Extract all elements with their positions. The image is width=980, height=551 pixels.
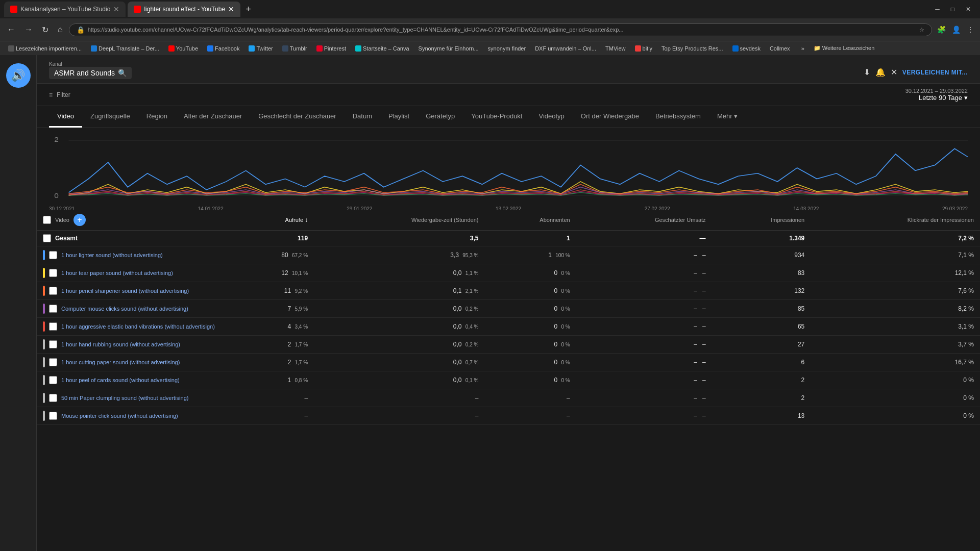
tab-studio[interactable]: Kanalanalysen – YouTube Studio ✕ <box>4 2 126 17</box>
cell-wiedergabe: 0,0 0,1 % <box>314 371 484 389</box>
extensions-button[interactable]: 🧩 <box>935 23 948 36</box>
bookmark-weitere[interactable]: 📁 Weitere Lesezeichen <box>810 44 879 53</box>
cell-aufrufe: 80 67,2 % <box>231 246 314 264</box>
bookmark-dxf[interactable]: DXF umwandeln – Onl... <box>531 44 600 53</box>
tab-close-studio[interactable]: ✕ <box>113 5 119 13</box>
row-checkbox[interactable] <box>49 251 57 259</box>
bell-icon[interactable]: 🔔 <box>875 67 886 77</box>
profile-button[interactable]: 👤 <box>950 23 963 36</box>
cell-aufrufe: 11 9,2 % <box>231 282 314 300</box>
table-row: 1 hour peel of cards sound (without adve… <box>37 371 980 389</box>
search-icon[interactable]: 🔍 <box>118 69 127 77</box>
video-color-indicator <box>43 250 45 260</box>
row-checkbox[interactable] <box>49 305 57 313</box>
tab-videotyp[interactable]: Videotyp <box>530 106 572 128</box>
total-abonnenten: 1 <box>484 231 576 246</box>
close-button[interactable]: ✕ <box>961 4 976 15</box>
tab-ort[interactable]: Ort der Wiedergabe <box>573 106 647 128</box>
bookmark-collmex[interactable]: Collmex <box>766 44 794 53</box>
bookmark-canva[interactable]: Startseite – Canva <box>351 44 413 53</box>
table-row: Computer mouse clicks sound (without adv… <box>37 300 980 318</box>
cell-impressionen: 65 <box>712 318 811 336</box>
video-title-link[interactable]: 1 hour aggressive elastic band vibration… <box>61 323 215 330</box>
channel-logo[interactable]: 🔊 <box>6 63 31 88</box>
cell-wiedergabe: 0,1 2,1 % <box>314 282 484 300</box>
bookmark-pinterest[interactable]: Pinterest <box>312 44 350 53</box>
video-title-link[interactable]: 1 hour tear paper sound (without adverti… <box>61 270 173 276</box>
cell-geschaetzt: – – <box>576 371 712 389</box>
bookmark-tmview[interactable]: TMView <box>601 44 630 53</box>
download-icon[interactable]: ⬇ <box>864 67 870 77</box>
video-title-link[interactable]: 1 hour peel of cards sound (without adve… <box>61 377 180 383</box>
forward-button[interactable]: → <box>21 23 36 36</box>
maximize-button[interactable]: □ <box>946 4 960 15</box>
bookmark-synonym[interactable]: synonym finder <box>484 44 530 53</box>
video-title-link[interactable]: 1 hour hand rubbing sound (without adver… <box>61 341 180 347</box>
home-button[interactable]: ⌂ <box>55 23 66 36</box>
th-klickrate: Klickrate der Impressionen <box>811 210 980 231</box>
cell-impressionen: 13 <box>712 407 811 425</box>
tab-geraetetyp[interactable]: Gerätetyp <box>418 106 463 128</box>
tab-geschlecht[interactable]: Geschlecht der Zuschauer <box>250 106 344 128</box>
bookmark-sevdesk[interactable]: sevdesk <box>728 44 765 53</box>
add-column-button[interactable]: + <box>74 214 86 226</box>
tab-betrieb[interactable]: Betriebssystem <box>647 106 709 128</box>
date-range[interactable]: 30.12.2021 – 29.03.2022 Letzte 90 Tage ▾ <box>905 88 968 102</box>
bookmark-more[interactable]: » <box>797 44 808 53</box>
minimize-button[interactable]: ─ <box>930 4 945 15</box>
total-checkbox[interactable] <box>43 234 51 242</box>
tab-datum[interactable]: Datum <box>345 106 380 128</box>
bookmark-bitly[interactable]: bitly <box>631 44 657 53</box>
tab-youtube-produkt[interactable]: YouTube-Produkt <box>463 106 530 128</box>
tab-label-studio: Kanalanalysen – YouTube Studio <box>20 6 110 13</box>
vergleichen-button[interactable]: VERGLEICHEN MIT... <box>902 69 968 76</box>
bookmark-etsy[interactable]: Top Etsy Products Res... <box>657 44 727 53</box>
video-title-link[interactable]: 1 hour pencil sharpener sound (without a… <box>61 288 189 294</box>
tab-mehr[interactable]: Mehr ▾ <box>709 106 746 128</box>
channel-name-box[interactable]: ASMR and Sounds 🔍 <box>49 67 132 79</box>
bookmark-lesezeichen[interactable]: Lesezeichen importieren... <box>4 44 86 53</box>
close-icon[interactable]: ✕ <box>891 67 897 77</box>
refresh-button[interactable]: ↻ <box>39 23 52 37</box>
row-checkbox[interactable] <box>49 269 57 277</box>
row-checkbox[interactable] <box>49 322 57 331</box>
row-checkbox[interactable] <box>49 412 57 420</box>
tab-alter[interactable]: Alter der Zuschauer <box>176 106 250 128</box>
bookmark-icon-bitly <box>635 45 641 52</box>
tab-favicon-studio <box>10 6 17 13</box>
video-title-link[interactable]: 1 hour cutting paper sound (without adve… <box>61 359 180 365</box>
row-checkbox[interactable] <box>49 376 57 384</box>
bookmark-synonyme[interactable]: Synonyme für Einhorn... <box>414 44 483 53</box>
th-aufrufe[interactable]: Aufrufe ↓ <box>231 210 314 231</box>
bookmark-deepl[interactable]: DeepL Translate – Der... <box>87 44 163 53</box>
video-title-link[interactable]: 1 hour lighter sound (without advertisin… <box>61 252 163 258</box>
video-title-link[interactable]: 50 min Paper clumpling sound (without ad… <box>61 395 188 401</box>
row-checkbox[interactable] <box>49 340 57 348</box>
bookmark-tumblr[interactable]: Tumblr <box>278 44 311 53</box>
bookmark-facebook[interactable]: Facebook <box>203 44 243 53</box>
back-button[interactable]: ← <box>4 23 18 36</box>
menu-button[interactable]: ⋮ <box>965 23 976 36</box>
tab-zugriffsquelle[interactable]: Zugriffsquelle <box>82 106 138 128</box>
cell-abonnenten: 0 0 % <box>484 300 576 318</box>
bookmark-twitter[interactable]: Twitter <box>244 44 277 53</box>
row-checkbox[interactable] <box>49 394 57 402</box>
tab-close-youtube[interactable]: ✕ <box>228 5 234 13</box>
chart-svg: 2 0 <box>49 132 968 204</box>
new-tab-button[interactable]: + <box>242 4 254 15</box>
bookmark-star[interactable]: ☆ <box>919 27 924 33</box>
filter-button[interactable]: ≡ Filter <box>49 91 70 98</box>
tab-region[interactable]: Region <box>138 106 176 128</box>
video-title-link[interactable]: Computer mouse clicks sound (without adv… <box>61 306 188 312</box>
bookmark-youtube[interactable]: YouTube <box>164 44 202 53</box>
address-bar[interactable]: 🔒 https://studio.youtube.com/channel/UCv… <box>69 23 932 36</box>
th-klickrate-label: Klickrate der Impressionen <box>908 217 974 223</box>
row-checkbox[interactable] <box>49 287 57 295</box>
tab-video[interactable]: Video <box>49 106 82 128</box>
row-checkbox[interactable] <box>49 358 57 366</box>
video-title-link[interactable]: Mouse pointer click sound (without adver… <box>61 413 178 419</box>
tab-playlist[interactable]: Playlist <box>380 106 418 128</box>
select-all-checkbox[interactable] <box>43 216 51 224</box>
tab-youtube[interactable]: lighter sound effect - YouTube ✕ <box>128 2 240 17</box>
cell-klickrate: 0 % <box>811 371 980 389</box>
